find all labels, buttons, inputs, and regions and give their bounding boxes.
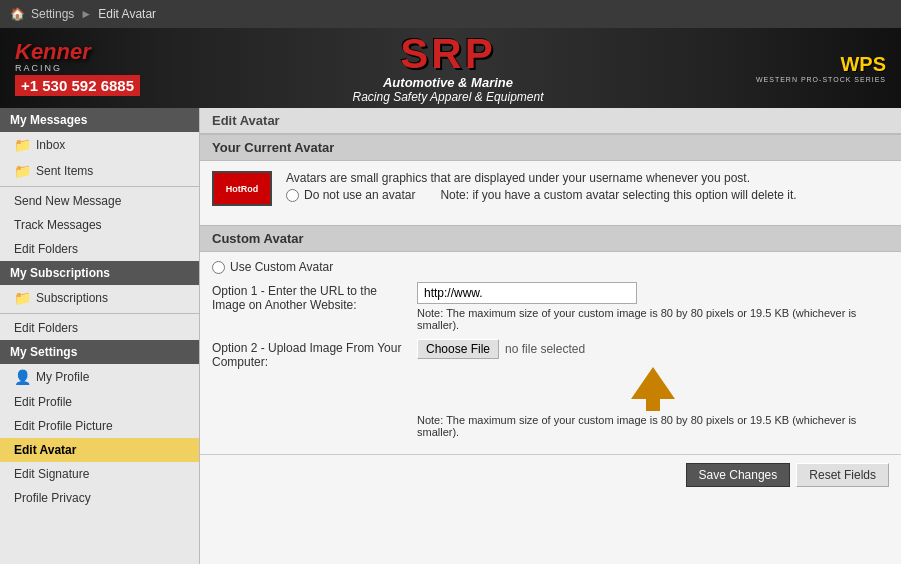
wps-sub: WESTERN PRO-STOCK SERIES <box>756 76 886 83</box>
banner-tagline2: Racing Safety Apparel & Equipment <box>352 90 543 104</box>
sidebar-item-edit-signature[interactable]: Edit Signature <box>0 462 199 486</box>
option1-row: Option 1 - Enter the URL to the Image on… <box>212 282 889 331</box>
send-new-label: Send New Message <box>14 194 121 208</box>
no-avatar-note: Note: if you have a custom avatar select… <box>440 188 796 202</box>
use-custom-row: Use Custom Avatar <box>212 260 889 274</box>
your-current-avatar-title: Your Current Avatar <box>200 134 901 161</box>
sidebar-item-edit-folders-msg[interactable]: Edit Folders <box>0 237 199 261</box>
sidebar-item-profile-privacy[interactable]: Profile Privacy <box>0 486 199 510</box>
option2-note: Note: The maximum size of your custom im… <box>417 414 857 438</box>
sidebar-item-sent[interactable]: 📁 Sent Items <box>0 158 199 184</box>
save-changes-button[interactable]: Save Changes <box>686 463 791 487</box>
use-custom-radio[interactable] <box>212 261 225 274</box>
do-not-use-row: Do not use an avatar Note: if you have a… <box>286 188 889 202</box>
user-icon: 👤 <box>14 369 31 385</box>
wps-logo: WPS <box>756 53 886 76</box>
custom-avatar-section: Use Custom Avatar Option 1 - Enter the U… <box>200 252 901 454</box>
no-avatar-label: Do not use an avatar <box>304 188 415 202</box>
sidebar-item-my-profile[interactable]: 👤 My Profile <box>0 364 199 390</box>
folder-icon-subs: 📁 <box>14 290 31 306</box>
my-messages-header: My Messages <box>0 108 199 132</box>
breadcrumb-separator: ► <box>80 7 92 21</box>
banner-phone: +1 530 592 6885 <box>15 75 140 96</box>
use-custom-label: Use Custom Avatar <box>230 260 333 274</box>
home-icon[interactable]: 🏠 <box>10 7 25 21</box>
no-file-text: no file selected <box>505 342 585 356</box>
sidebar-item-edit-profile[interactable]: Edit Profile <box>0 390 199 414</box>
sidebar-item-edit-avatar[interactable]: Edit Avatar <box>0 438 199 462</box>
top-bar: 🏠 Settings ► Edit Avatar <box>0 0 901 28</box>
banner-right: WPS WESTERN PRO-STOCK SERIES <box>741 45 901 91</box>
no-avatar-radio[interactable] <box>286 189 299 202</box>
srp-logo: SRP <box>400 33 495 75</box>
banner: Kenner RACING +1 530 592 6885 SRP Automo… <box>0 28 901 108</box>
sidebar-item-edit-folders-sub[interactable]: Edit Folders <box>0 316 199 340</box>
edit-avatar-label: Edit Avatar <box>14 443 76 457</box>
option2-content: Choose File no file selected Note: The m… <box>417 339 889 438</box>
avatar-thumb-text: HotRod <box>226 184 259 194</box>
banner-left: Kenner RACING +1 530 592 6885 <box>0 33 155 104</box>
choose-file-button[interactable]: Choose File <box>417 339 499 359</box>
sidebar-item-inbox[interactable]: 📁 Inbox <box>0 132 199 158</box>
sidebar-item-edit-profile-picture[interactable]: Edit Profile Picture <box>0 414 199 438</box>
breadcrumb-current: Edit Avatar <box>98 7 156 21</box>
edit-folders-msg-label: Edit Folders <box>14 242 78 256</box>
option1-note: Note: The maximum size of your custom im… <box>417 307 857 331</box>
content-header: Edit Avatar <box>200 108 901 134</box>
my-profile-label: My Profile <box>36 370 89 384</box>
banner-tagline1: Automotive & Marine <box>383 75 513 90</box>
arrow-outer <box>631 367 675 399</box>
breadcrumb-settings[interactable]: Settings <box>31 7 74 21</box>
folder-icon: 📁 <box>14 137 31 153</box>
subscriptions-label: Subscriptions <box>36 291 108 305</box>
option1-label: Option 1 - Enter the URL to the Image on… <box>212 282 407 312</box>
arrow-stem <box>646 397 660 411</box>
main-layout: My Messages 📁 Inbox 📁 Sent Items Send Ne… <box>0 108 901 564</box>
arrow-indicator <box>417 367 889 411</box>
banner-center: SRP Automotive & Marine Racing Safety Ap… <box>155 33 741 104</box>
option2-label: Option 2 - Upload Image From Your Comput… <box>212 339 407 369</box>
sidebar-item-subscriptions[interactable]: 📁 Subscriptions <box>0 285 199 311</box>
sidebar-item-track[interactable]: Track Messages <box>0 213 199 237</box>
kenner-sub: RACING <box>15 63 140 73</box>
avatar-desc-text: Avatars are small graphics that are disp… <box>286 171 889 185</box>
action-row: Save Changes Reset Fields <box>200 454 901 495</box>
custom-avatar-title: Custom Avatar <box>200 225 901 252</box>
track-messages-label: Track Messages <box>14 218 102 232</box>
option1-content: Note: The maximum size of your custom im… <box>417 282 889 331</box>
sidebar: My Messages 📁 Inbox 📁 Sent Items Send Ne… <box>0 108 200 564</box>
option2-row: Option 2 - Upload Image From Your Comput… <box>212 339 889 438</box>
avatar-thumbnail: HotRod <box>212 171 272 206</box>
kenner-logo: Kenner <box>15 41 140 63</box>
inbox-label: Inbox <box>36 138 65 152</box>
my-settings-header: My Settings <box>0 340 199 364</box>
folder-icon-sent: 📁 <box>14 163 31 179</box>
sidebar-item-send-new[interactable]: Send New Message <box>0 189 199 213</box>
url-input[interactable] <box>417 282 637 304</box>
avatar-description: Avatars are small graphics that are disp… <box>286 171 889 207</box>
edit-folders-sub-label: Edit Folders <box>14 321 78 335</box>
profile-privacy-label: Profile Privacy <box>14 491 91 505</box>
current-avatar-row: HotRod Avatars are small graphics that a… <box>212 171 889 207</box>
edit-signature-label: Edit Signature <box>14 467 89 481</box>
my-subscriptions-header: My Subscriptions <box>0 261 199 285</box>
content-area: Edit Avatar Your Current Avatar HotRod A… <box>200 108 901 564</box>
edit-profile-label: Edit Profile <box>14 395 72 409</box>
file-row: Choose File no file selected <box>417 339 889 359</box>
edit-profile-picture-label: Edit Profile Picture <box>14 419 113 433</box>
reset-fields-button[interactable]: Reset Fields <box>796 463 889 487</box>
sent-items-label: Sent Items <box>36 164 93 178</box>
current-avatar-body: HotRod Avatars are small graphics that a… <box>200 161 901 225</box>
